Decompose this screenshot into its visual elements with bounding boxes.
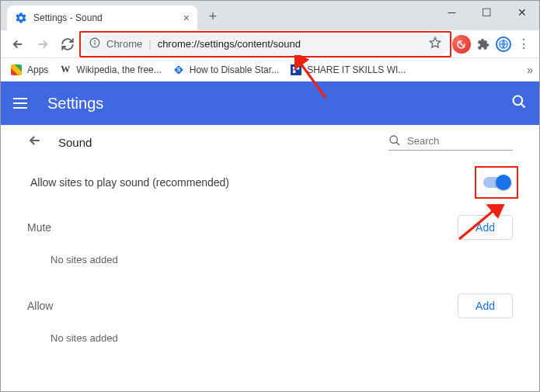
maximize-button[interactable]: ☐ [469,1,504,24]
settings-search[interactable] [388,134,513,151]
bookmarks-bar: Apps W Wikipedia, the free... S How to D… [1,58,539,82]
wikipedia-icon: W [59,64,71,76]
svg-point-1 [94,40,96,42]
allow-label: Allow [27,300,53,312]
bookmark-label: SHARE IT SKILLS WI... [307,64,406,75]
svg-rect-7 [291,64,301,75]
extensions-icon[interactable] [474,35,493,54]
add-mute-button[interactable]: Add [458,215,513,240]
allow-sound-toggle[interactable] [483,177,510,188]
gear-icon [15,12,27,24]
address-bar[interactable]: Chrome | chrome://settings/content/sound [82,33,449,55]
browser-tab[interactable]: Settings - Sound × [7,5,197,30]
window-titlebar: Settings - Sound × + ─ ☐ ✕ [1,1,539,30]
browser-navbar: Chrome | chrome://settings/content/sound… [1,30,539,58]
svg-point-10 [390,136,397,143]
allow-empty-text: No sites added [27,318,513,363]
new-tab-button[interactable]: + [205,9,221,24]
bookmark-favicon: S [172,64,185,76]
bookmark-share[interactable]: SHARE IT SKILLS WI... [287,62,409,78]
settings-header: Settings [1,82,539,125]
window-controls: ─ ☐ ✕ [434,1,539,24]
tab-title: Settings - Sound [33,12,177,23]
apps-icon [10,64,23,76]
allow-sound-row: Allow sites to play sound (recommended) [27,159,513,206]
mute-empty-text: No sites added [27,240,513,284]
search-input[interactable] [407,135,500,147]
bookmark-apps[interactable]: Apps [7,62,51,78]
bookmark-disable[interactable]: S How to Disable Star... [169,62,282,78]
bookmark-label: Apps [27,64,48,75]
minimize-button[interactable]: ─ [434,1,469,24]
url-path: chrome://settings/content/sound [158,38,301,50]
allow-section-header: Allow Add [27,293,513,318]
chrome-menu-button[interactable]: ⋮ [514,36,533,51]
bookmark-wikipedia[interactable]: W Wikipedia, the free... [56,62,164,78]
svg-line-9 [521,104,525,108]
bookmark-label: How to Disable Star... [190,64,279,75]
close-button[interactable]: ✕ [504,1,539,24]
close-icon[interactable]: × [183,12,190,24]
page-title: Settings [47,95,103,113]
content-viewport[interactable]: Sound Allow sites to play sound (recomme… [1,125,539,391]
add-allow-button[interactable]: Add [458,293,513,318]
svg-line-11 [396,142,399,145]
menu-icon[interactable] [13,94,32,113]
mute-label: Mute [27,221,51,234]
bookmark-label: Wikipedia, the free... [76,64,161,75]
svg-text:S: S [176,67,180,72]
reload-button[interactable] [57,33,78,55]
url-scheme: Chrome [106,38,142,50]
site-info-icon[interactable] [89,37,100,50]
svg-point-8 [514,96,523,106]
search-icon [388,134,401,147]
bookmark-star-icon[interactable] [429,36,441,51]
extension-globe-icon[interactable] [496,36,511,52]
bookmark-favicon [290,64,302,76]
svg-marker-3 [430,37,440,47]
search-icon[interactable] [511,94,527,113]
section-title: Sound [58,136,92,149]
mute-section-header: Mute Add [27,215,513,240]
extension-icon[interactable] [452,35,471,54]
back-button[interactable] [7,33,29,55]
bookmarks-overflow-icon[interactable]: » [527,64,533,76]
back-arrow-icon[interactable] [27,133,46,152]
toggle-knob [496,175,511,190]
forward-button[interactable] [32,33,54,55]
sub-header: Sound [27,128,513,159]
svg-rect-2 [94,42,95,45]
allow-sound-label: Allow sites to play sound (recommended) [30,176,229,189]
settings-content: Sound Allow sites to play sound (recomme… [1,125,539,386]
